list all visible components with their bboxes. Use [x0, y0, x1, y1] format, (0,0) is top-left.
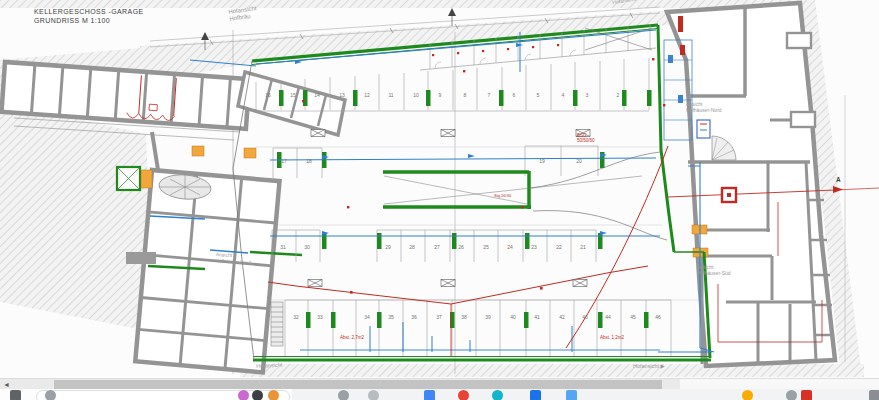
- note-bsg: BSG 50/50/50: [577, 133, 595, 143]
- red-ticks: [302, 44, 665, 294]
- app-icon-gray-1[interactable]: [338, 390, 349, 400]
- drawing-title: KELLERGESCHOSS -GARAGE GRUNDRISS M 1:100: [34, 7, 144, 25]
- app-icon-pink[interactable]: [238, 390, 249, 400]
- floorplan-drawing: [0, 0, 879, 378]
- tray-chevron-icon[interactable]: [869, 390, 879, 400]
- label-hofansicht-bottom-left: Hofansicht: [256, 362, 282, 370]
- note-abstellraum-2: Abst. 1,2m2: [600, 335, 624, 340]
- note-abstellraum-1: Abst. 2,7m2: [340, 335, 364, 340]
- drawing-title-line2: GRUNDRISS M 1:100: [34, 16, 144, 25]
- scroll-left-arrow-icon[interactable]: ◄: [3, 380, 10, 389]
- label-ansicht-nord-right: Ansicht Hofhäuser-Nord: [686, 102, 722, 114]
- door-highlights: [192, 146, 256, 158]
- screen: KELLERGESCHOSS -GARAGE GRUNDRISS M 1:100…: [0, 0, 879, 400]
- note-ramp-steps: Stg.16/30: [494, 194, 511, 199]
- app-icon-blue-3[interactable]: [566, 390, 577, 400]
- scrollbar-thumb[interactable]: [54, 380, 662, 389]
- section-marker-a: A: [836, 176, 841, 183]
- plan-canvas[interactable]: KELLERGESCHOSS -GARAGE GRUNDRISS M 1:100…: [0, 0, 879, 378]
- horizontal-scrollbar[interactable]: ◄: [0, 378, 879, 389]
- search-icon[interactable]: [45, 390, 56, 400]
- app-icon-yellow[interactable]: [742, 390, 753, 400]
- label-ansicht-nord-left: Ansicht Hofhäuser-Nord: [215, 252, 251, 266]
- label-ansicht-sued: Ansicht Hofhäuser-Süd: [697, 265, 731, 277]
- app-icon-blue-1[interactable]: [424, 390, 435, 400]
- app-icon-teal[interactable]: [492, 390, 503, 400]
- app-icon-red[interactable]: [458, 390, 469, 400]
- app-icon-blue-2[interactable]: [530, 390, 541, 400]
- app-icon-red-2[interactable]: [801, 390, 812, 400]
- app-icon-orange[interactable]: [268, 390, 279, 400]
- taskbar: [0, 389, 879, 400]
- label-hofansicht-bottom-right: Hofansicht ▶: [633, 363, 665, 369]
- app-icon-dark-sphere[interactable]: [252, 390, 263, 400]
- drawing-title-line1: KELLERGESCHOSS -GARAGE: [34, 7, 144, 16]
- start-icon[interactable]: [10, 390, 21, 400]
- app-icon-gray-2[interactable]: [368, 390, 379, 400]
- app-icon-gray-3[interactable]: [786, 390, 797, 400]
